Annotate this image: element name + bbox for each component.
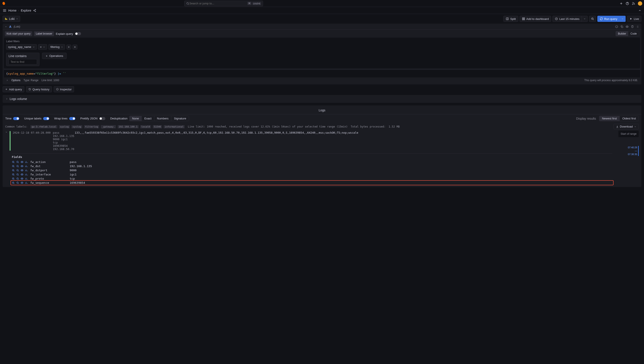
- stats-icon[interactable]: [25, 181, 28, 184]
- drag-icon[interactable]: [636, 25, 639, 28]
- breadcrumb-home[interactable]: Home: [8, 9, 17, 12]
- prettify-json-toggle[interactable]: [99, 117, 105, 120]
- stats-icon[interactable]: [25, 177, 28, 180]
- log-timestamp: 2024-12-18 07:40:28.000: [13, 131, 51, 151]
- add-filter-button[interactable]: [73, 44, 77, 50]
- fields-title: Fields: [12, 155, 612, 158]
- options-label[interactable]: Options: [12, 79, 20, 82]
- filter-out-icon[interactable]: [16, 181, 19, 184]
- time-range-picker[interactable]: Last 15 minutes: [552, 16, 582, 22]
- stats-icon[interactable]: [25, 160, 28, 164]
- common-label-tag: syslog: [59, 125, 70, 128]
- user-avatar[interactable]: [638, 1, 642, 6]
- eye-icon[interactable]: [21, 173, 24, 176]
- code-mode-button[interactable]: Code: [628, 31, 639, 36]
- display-results-label: Display results: [576, 117, 596, 120]
- builder-mode-button[interactable]: Builder: [616, 31, 628, 36]
- live-button[interactable]: Live: [627, 16, 641, 22]
- grafana-logo[interactable]: [2, 1, 6, 6]
- filter-for-icon[interactable]: [12, 181, 15, 184]
- dedup-exact[interactable]: Exact: [142, 116, 154, 121]
- keyboard-shortcut-text: cmd+k: [252, 2, 261, 5]
- line-contains-input[interactable]: [9, 59, 37, 64]
- filter-for-icon[interactable]: [12, 160, 15, 164]
- label-browser-button[interactable]: Label browser: [34, 31, 54, 36]
- field-row: fw_actionpass: [12, 160, 612, 164]
- eye-icon[interactable]: [21, 165, 24, 168]
- stats-icon[interactable]: [25, 169, 28, 172]
- copy-icon[interactable]: [620, 25, 623, 28]
- global-search[interactable]: ⌘ cmd+k: [184, 1, 263, 6]
- common-label-tag: local0: [140, 125, 151, 128]
- eye-icon[interactable]: [21, 181, 24, 184]
- chevron-down-icon[interactable]: [5, 131, 8, 133]
- svg-point-20: [638, 26, 638, 26]
- svg-point-19: [637, 26, 637, 26]
- logs-volume-panel[interactable]: Logs volume: [3, 95, 641, 103]
- time-range-dropdown[interactable]: [582, 16, 588, 22]
- common-label-tag: gw-3.rhmlab.local: [31, 125, 57, 128]
- dedup-signature[interactable]: Signature: [171, 116, 189, 121]
- chevron-right-icon[interactable]: [6, 79, 8, 82]
- query-history-button[interactable]: Query history: [26, 86, 52, 92]
- line-contains-label: Line contains: [9, 54, 27, 58]
- help-icon[interactable]: [625, 2, 629, 5]
- download-button[interactable]: Download: [613, 124, 639, 129]
- filter-key-select[interactable]: syslog_app_name: [6, 44, 37, 50]
- collapse-icon[interactable]: [638, 9, 641, 12]
- dedup-none[interactable]: None: [129, 116, 142, 121]
- filter-for-icon[interactable]: [12, 173, 15, 176]
- eye-icon[interactable]: [21, 169, 24, 172]
- newest-first-button[interactable]: Newest first: [599, 116, 620, 121]
- breadcrumb-explore[interactable]: Explore: [21, 9, 31, 12]
- dedup-numbers[interactable]: Numbers: [154, 116, 171, 121]
- field-row: fw_prototcp: [12, 176, 612, 181]
- filter-out-icon[interactable]: [16, 173, 19, 176]
- news-icon[interactable]: [632, 2, 635, 5]
- run-query-button[interactable]: Run query: [597, 16, 620, 22]
- chevron-down-icon[interactable]: [5, 26, 7, 28]
- share-icon[interactable]: [33, 9, 36, 12]
- split-button[interactable]: Split: [503, 16, 518, 22]
- filter-for-icon[interactable]: [12, 165, 15, 168]
- filter-value-select[interactable]: filterlog: [48, 44, 65, 50]
- common-label-tag: informational: [164, 125, 185, 128]
- svg-point-31: [22, 166, 22, 166]
- filter-for-icon[interactable]: [12, 169, 15, 172]
- trash-icon[interactable]: [631, 25, 634, 28]
- remove-filter-button[interactable]: [66, 44, 71, 50]
- svg-point-4: [33, 10, 34, 11]
- add-menu[interactable]: [619, 2, 623, 5]
- filter-op-select[interactable]: =: [38, 44, 47, 50]
- explain-query-toggle[interactable]: [75, 32, 81, 35]
- filter-out-icon[interactable]: [16, 169, 19, 172]
- datasource-picker[interactable]: Loki: [3, 16, 20, 22]
- filter-out-icon[interactable]: [16, 160, 19, 164]
- info-icon[interactable]: [615, 25, 618, 28]
- filter-out-icon[interactable]: [16, 177, 19, 180]
- kick-start-button[interactable]: Kick start your query: [5, 31, 32, 36]
- wrap-lines-toggle[interactable]: [69, 117, 75, 120]
- eye-icon[interactable]: [21, 177, 24, 180]
- stats-icon[interactable]: [25, 165, 28, 168]
- zoom-out-button[interactable]: [589, 16, 596, 22]
- stats-icon[interactable]: [25, 173, 28, 176]
- columns-icon: [506, 17, 509, 20]
- field-value: 169639854: [70, 181, 85, 184]
- eye-icon[interactable]: [625, 25, 629, 28]
- svg-rect-6: [5, 18, 6, 20]
- operations-button[interactable]: Operations: [42, 53, 67, 59]
- add-to-dashboard-button[interactable]: Add to dashboard: [520, 16, 551, 22]
- oldest-first-button[interactable]: Oldest first: [620, 116, 638, 121]
- menu-icon[interactable]: [3, 8, 7, 12]
- search-input[interactable]: [189, 2, 246, 5]
- field-value: tcp: [70, 177, 75, 180]
- run-query-dropdown[interactable]: [620, 16, 625, 22]
- filter-for-icon[interactable]: [12, 177, 15, 180]
- inspector-button[interactable]: Inspector: [54, 86, 74, 92]
- unique-labels-toggle[interactable]: [43, 117, 49, 120]
- add-query-button[interactable]: Add query: [3, 86, 24, 92]
- filter-out-icon[interactable]: [16, 165, 19, 168]
- time-toggle[interactable]: [13, 117, 19, 120]
- eye-icon[interactable]: [21, 160, 24, 164]
